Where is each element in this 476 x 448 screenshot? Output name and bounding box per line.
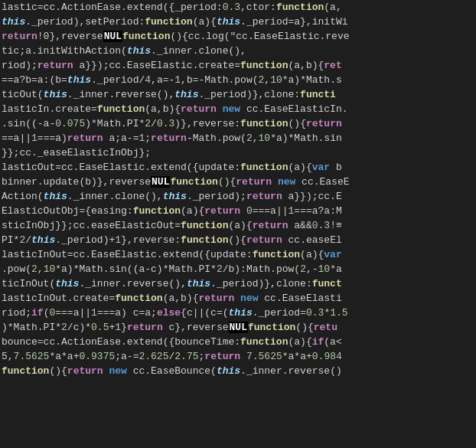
code-line-16: sticInObj}};cc.easeElasticOut=function(a…	[0, 218, 476, 233]
code-line-14: Action(this._inner.clone(),this._period)…	[0, 189, 476, 204]
code-line-25: 5,7.5625*a*a+0.9375;a-=2.625/2.75;return…	[0, 349, 476, 364]
code-line-11: }};cc._easeElasticInObj};	[0, 146, 476, 160]
code-line-1: lastic=cc.ActionEase.extend({_period:0.3…	[0, 0, 476, 15]
code-line-9: .sin((-a-0.075)*Math.PI*2/0.3)},reverse:…	[0, 116, 476, 131]
code-line-7: ticOut(this._inner.reverse(),this._perio…	[0, 87, 476, 102]
code-editor[interactable]: lastic=cc.ActionEase.extend({_period:0.3…	[0, 0, 476, 448]
code-line-19: .pow(2,10*a)*Math.sin((a-c)*Math.PI*2/b)…	[0, 262, 476, 276]
code-line-23: )*Math.PI*2/c)*0.5+1}return c},reverseNU…	[0, 320, 476, 335]
code-line-4: tic;a.initWithAction(this._inner.clone()…	[0, 44, 476, 58]
code-line-10: ==a||1===a)return a;a-=1;return-Math.pow…	[0, 131, 476, 146]
code-line-26: function(){return new cc.EaseBounce(this…	[0, 364, 476, 378]
code-line-13: binner.update(b)},reverseNULfunction(){r…	[0, 175, 476, 189]
code-line-15: ElasticOutObj={easing:function(a){return…	[0, 204, 476, 218]
code-line-24: bounce=cc.ActionEase.extend({bounceTime:…	[0, 335, 476, 349]
code-line-5: riod);return a}});cc.EaseElastic.create=…	[0, 58, 476, 73]
code-line-17: PI*2/this._period)+1},reverse:function()…	[0, 233, 476, 247]
code-line-12: lasticOut=cc.EaseElastic.extend({update:…	[0, 160, 476, 175]
code-line-22: riod;if(0===a||1===a) c=a;else{c||(c=(th…	[0, 306, 476, 320]
code-line-18: lasticInOut=cc.EaseElastic.extend({updat…	[0, 247, 476, 262]
code-line-2: this._period),setPeriod:function(a){this…	[0, 15, 476, 29]
code-line-3: return!0},reverseNULfunction(){cc.log("c…	[0, 29, 476, 44]
code-line-8: lasticIn.create=function(a,b){return new…	[0, 102, 476, 116]
code-line-21: lasticInOut.create=function(a,b){return …	[0, 291, 476, 306]
code-line-6: ==a?b=a:(b=this._period/4,a=-1,b=-Math.p…	[0, 73, 476, 87]
code-line-20: ticInOut(this._inner.reverse(),this._per…	[0, 276, 476, 291]
